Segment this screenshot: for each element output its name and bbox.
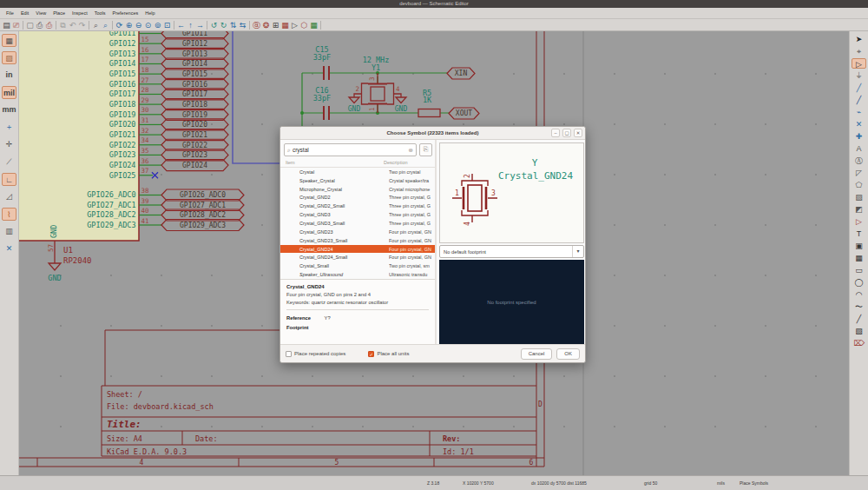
symbol-list-item[interactable]: Microphone_CrystalCrystal microphone bbox=[280, 185, 435, 194]
grid-overrides-icon[interactable]: ▨ bbox=[2, 51, 16, 64]
place-symbol-icon[interactable]: ▷ bbox=[852, 58, 866, 69]
r5-value[interactable]: 1K bbox=[423, 96, 432, 104]
symbol-list-item[interactable]: Crystal_SmallTwo pin crystal, sm bbox=[280, 262, 435, 270]
zoom-fit-icon[interactable]: ⊙ bbox=[143, 20, 153, 30]
nav-back-icon[interactable]: ← bbox=[176, 20, 186, 30]
ok-button[interactable]: OK bbox=[556, 348, 580, 360]
zoom-selection-icon[interactable]: ⊡ bbox=[162, 20, 172, 30]
new-sheet-icon[interactable]: ▢ bbox=[25, 20, 35, 30]
dialog-close-button[interactable]: ✕ bbox=[574, 129, 582, 137]
menu-view[interactable]: View bbox=[32, 10, 49, 16]
symbol-list-item[interactable]: Crystal_GND2Three pin crystal, G bbox=[280, 194, 435, 202]
zoom-out-icon[interactable]: ⊖ bbox=[134, 20, 143, 30]
annotation-colors-icon[interactable]: ⌇ bbox=[2, 208, 16, 221]
cancel-button[interactable]: Cancel bbox=[521, 348, 553, 360]
net-class-directive-icon[interactable]: Ⓐ bbox=[852, 156, 866, 166]
rotate-cw-icon[interactable]: ↻ bbox=[219, 20, 228, 30]
hierarchical-label-icon[interactable]: ◸ bbox=[852, 168, 866, 178]
plot-icon[interactable]: ⎙ bbox=[44, 20, 54, 30]
place-all-units-checkbox[interactable]: ✓ Place all units bbox=[368, 351, 409, 357]
c16-capacitor-symbol[interactable] bbox=[324, 106, 329, 120]
global-label-icon[interactable]: ⬠ bbox=[852, 180, 866, 190]
status-units[interactable]: mils bbox=[717, 480, 725, 486]
symbol-list-item[interactable]: Crystal_GND3_SmallThree pin crystal, G bbox=[280, 219, 435, 228]
print-icon[interactable]: ⎙ bbox=[35, 20, 44, 30]
menu-preferences[interactable]: Preferences bbox=[109, 10, 142, 16]
line-45-icon[interactable]: ◿ bbox=[2, 190, 16, 203]
recent-searches-button[interactable]: ⎘ bbox=[419, 143, 432, 156]
highlight-net-icon[interactable]: ⌖ bbox=[852, 46, 866, 56]
net-label-icon[interactable]: A bbox=[852, 143, 866, 154]
sheet-pin-icon[interactable]: ▷ bbox=[852, 216, 866, 227]
no-connect-flag-icon[interactable]: ✕ bbox=[852, 119, 866, 129]
no-connect-flag[interactable] bbox=[152, 172, 158, 178]
grid-visibility-icon[interactable]: ▦ bbox=[2, 34, 16, 47]
u1-value[interactable]: RP2040 bbox=[63, 256, 92, 265]
hidden-pins-icon[interactable]: ▥ bbox=[2, 225, 16, 238]
import-sheet-pin-icon[interactable]: ◩ bbox=[852, 204, 866, 215]
draw-bus-icon[interactable]: ╱ bbox=[852, 95, 866, 105]
symbol-list-item[interactable]: Speaker_UltrasoundUltrasonic transdu bbox=[280, 270, 435, 279]
cursor-small-icon[interactable]: ＋ bbox=[2, 121, 16, 134]
chevron-down-icon[interactable]: ▾ bbox=[572, 246, 583, 257]
zoom-objects-icon[interactable]: ⊚ bbox=[153, 20, 162, 30]
wire-to-bus-entry-icon[interactable]: ⌁ bbox=[852, 107, 866, 117]
zoom-in-icon[interactable]: ⊕ bbox=[124, 20, 134, 30]
save-icon[interactable]: ▤ bbox=[2, 20, 11, 30]
menu-inspect[interactable]: Inspect bbox=[69, 10, 91, 16]
clear-search-icon[interactable]: ⊗ bbox=[409, 147, 413, 154]
menu-help[interactable]: Help bbox=[141, 10, 158, 16]
line-90-icon[interactable]: ∟ bbox=[2, 173, 16, 186]
menu-edit[interactable]: Edit bbox=[17, 10, 32, 16]
mirror-horizontal-icon[interactable]: ⇆ bbox=[238, 20, 247, 30]
redo-icon[interactable]: ↷ bbox=[77, 20, 87, 30]
symbol-list-item[interactable]: Crystal_GND3Three pin crystal, G bbox=[280, 210, 435, 219]
gnd-power-symbol[interactable] bbox=[349, 97, 359, 103]
select-filter-icon[interactable]: ✕ bbox=[2, 242, 16, 255]
nav-up-icon[interactable]: ↑ bbox=[186, 20, 195, 30]
symbol-list-item[interactable]: Crystal_GND2_SmallThree pin crystal, G bbox=[280, 202, 435, 210]
hierarchical-sheet-icon[interactable]: ▨ bbox=[852, 192, 866, 202]
selection-tool-icon[interactable]: ➤ bbox=[852, 34, 866, 44]
cursor-full-icon[interactable]: ✛ bbox=[2, 138, 16, 151]
window-titlebar[interactable]: devboard — Schematic Editor bbox=[0, 0, 868, 8]
y1-reference[interactable]: Y1 bbox=[372, 63, 380, 72]
annotate-icon[interactable]: ⓐ bbox=[252, 20, 261, 30]
delete-tool-icon[interactable]: ⌦ bbox=[852, 338, 866, 348]
text-box-icon[interactable]: ▣ bbox=[852, 241, 866, 251]
undo-icon[interactable]: ↶ bbox=[68, 20, 77, 30]
gnd-power-symbol[interactable] bbox=[396, 97, 406, 103]
table-icon[interactable]: ▦ bbox=[852, 253, 866, 263]
column-header-description[interactable]: Description bbox=[384, 160, 408, 165]
symbol-list-item[interactable]: CrystalTwo pin crystal bbox=[280, 168, 435, 176]
circle-icon[interactable]: ◯ bbox=[852, 277, 866, 288]
bezier-icon[interactable]: 〜 bbox=[852, 301, 866, 312]
find-icon[interactable]: ⌕ bbox=[91, 20, 101, 30]
symbol-list-item[interactable]: Crystal_GND23_SmallFour pin crystal, GN bbox=[280, 236, 435, 245]
dialog-minimize-button[interactable]: – bbox=[551, 129, 560, 137]
footprint-select[interactable]: No default footprint ▾ bbox=[439, 245, 584, 258]
c16-value[interactable]: 33pF bbox=[313, 94, 331, 103]
junction-icon[interactable]: ✚ bbox=[852, 131, 866, 142]
symbol-list-item[interactable]: Crystal_GND23Four pin crystal, GN bbox=[280, 228, 435, 236]
symbol-search-input[interactable]: ⌕ crystal ⊗ bbox=[284, 143, 417, 156]
paste-icon[interactable]: ⧉ bbox=[58, 20, 68, 30]
line-free-angle-icon[interactable]: ⟋ bbox=[2, 156, 16, 169]
place-power-port-icon[interactable]: ⏚ bbox=[852, 70, 866, 81]
find-replace-icon[interactable]: ⌕ bbox=[101, 20, 110, 30]
symbol-editor-icon[interactable]: ▷ bbox=[290, 20, 299, 30]
bus-line[interactable] bbox=[233, 31, 281, 163]
mirror-vertical-icon[interactable]: ⇅ bbox=[228, 20, 238, 30]
bom-icon[interactable]: ▦ bbox=[280, 20, 290, 30]
column-header-item[interactable]: Item bbox=[280, 160, 384, 165]
menu-tools[interactable]: Tools bbox=[91, 10, 109, 16]
gnd-power-symbol[interactable] bbox=[49, 263, 61, 270]
arc-icon[interactable]: ◠ bbox=[852, 289, 866, 300]
assign-footprints-icon[interactable]: ⊞ bbox=[271, 20, 280, 30]
pcb-editor-icon[interactable]: ▦ bbox=[309, 20, 319, 30]
refresh-icon[interactable]: ⟳ bbox=[115, 20, 124, 30]
rotate-ccw-icon[interactable]: ↺ bbox=[209, 20, 219, 30]
rectangle-icon[interactable]: ▭ bbox=[852, 265, 866, 275]
nav-forward-icon[interactable]: → bbox=[195, 20, 205, 30]
image-icon[interactable]: ▧ bbox=[852, 326, 866, 336]
